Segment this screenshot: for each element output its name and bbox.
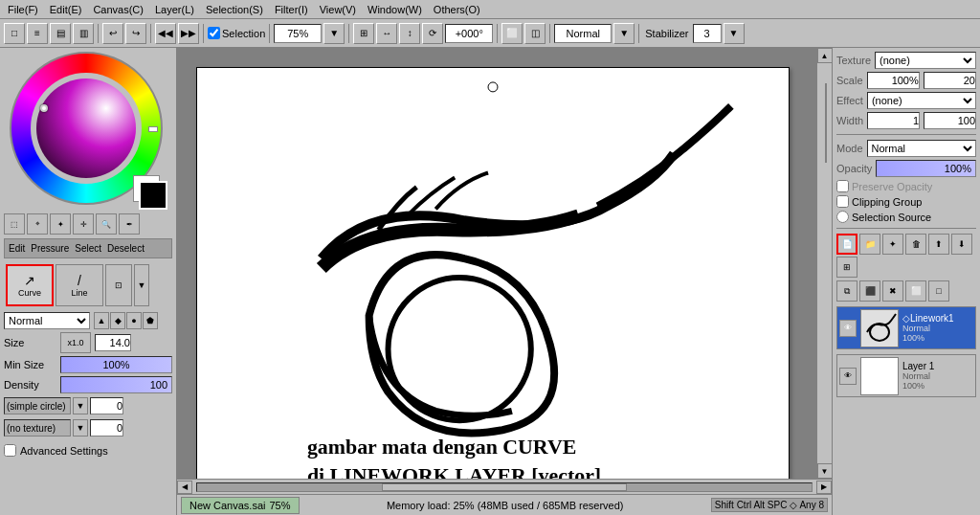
anchor-tool[interactable]: ⊡ [105, 264, 132, 306]
save-button[interactable]: ▤ [50, 23, 71, 44]
lasso-tool[interactable]: ⌖ [27, 213, 48, 235]
size-multiplier-btn[interactable]: x1.0 [60, 332, 91, 353]
brush-type2-value[interactable] [90, 419, 123, 437]
v-scroll-thumb[interactable] [825, 83, 827, 164]
layer-eye2[interactable]: 👁 [839, 368, 857, 385]
mode-down-btn[interactable]: ▼ [613, 23, 635, 44]
scale-right-input[interactable] [924, 72, 976, 89]
brush-type1-display[interactable]: (simple circle) [4, 397, 71, 414]
menu-edit[interactable]: Edit(E) [44, 2, 88, 17]
layer-fill-btn[interactable]: ⬜ [905, 280, 926, 302]
layer-down-btn[interactable]: ⬇ [951, 234, 972, 255]
selection-source-radio[interactable] [836, 211, 849, 223]
preserve-opacity-checkbox[interactable] [836, 180, 849, 192]
canvas-btn1[interactable]: ⊞ [353, 23, 374, 44]
layer-clear-btn[interactable]: ✖ [882, 280, 903, 302]
layer-mask-btn[interactable]: □ [928, 280, 949, 302]
layer-folder-btn[interactable]: 📁 [859, 234, 880, 255]
texture-select[interactable]: (none) [875, 52, 976, 69]
stabilizer-input[interactable] [693, 24, 722, 43]
layer-copy-btn[interactable]: ⧉ [836, 280, 858, 302]
width-right-input[interactable] [924, 112, 976, 129]
effect-select[interactable]: (none) [867, 92, 976, 109]
drawing-canvas[interactable]: gambar mata dengan CURVE di LINEWORK LAY… [196, 67, 790, 479]
brush-type2-display[interactable]: (no texture) [4, 419, 71, 437]
advanced-settings-checkbox[interactable] [4, 444, 16, 457]
curve-tool[interactable]: ↗ Curve [6, 264, 54, 306]
opacity-slider[interactable]: 100% [876, 160, 976, 177]
color-gradient[interactable] [36, 78, 136, 178]
brush-shape4[interactable]: ⬟ [143, 312, 158, 329]
menu-others[interactable]: Others(O) [428, 2, 486, 17]
clipping-group-checkbox[interactable] [836, 195, 849, 208]
zoom-down-btn[interactable]: ▼ [323, 23, 345, 44]
brush-mode-select[interactable]: Normal [4, 312, 90, 329]
zoom-tool[interactable]: 🔍 [96, 213, 117, 235]
canvas-btn3[interactable]: ↕ [399, 23, 420, 44]
brush-type1-down[interactable]: ▼ [73, 397, 88, 414]
zoom-input[interactable] [274, 24, 322, 43]
pipette-tool[interactable]: ✒ [119, 213, 140, 235]
scroll-down-btn2[interactable]: ▼ [817, 463, 833, 479]
layer-delete-btn[interactable]: 🗑 [905, 234, 926, 255]
layer-paste-btn[interactable]: ⬛ [859, 280, 880, 302]
layer-new-btn[interactable]: 📄 [836, 234, 858, 255]
layer-up-btn[interactable]: ⬆ [928, 234, 949, 255]
undo-button[interactable]: ↩ [102, 23, 123, 44]
nav-btn2[interactable]: ▶▶ [178, 23, 199, 44]
canvas-btn2[interactable]: ↔ [376, 23, 397, 44]
menu-layer[interactable]: Layer(L) [149, 2, 200, 17]
save-as-button[interactable]: ▥ [73, 23, 94, 44]
menu-view[interactable]: View(V) [314, 2, 362, 17]
magic-tool[interactable]: ✦ [50, 213, 71, 235]
open-button[interactable]: ≡ [27, 23, 48, 44]
redo-button[interactable]: ↪ [125, 23, 146, 44]
menu-canvas[interactable]: Canvas(C) [87, 2, 149, 17]
scroll-left-btn[interactable]: ◀ [177, 481, 192, 494]
selection-checkbox[interactable] [208, 27, 220, 39]
size-input[interactable] [95, 334, 131, 351]
width-input[interactable] [867, 112, 920, 129]
mode-input[interactable] [554, 24, 612, 43]
brush-shape3[interactable]: ● [126, 312, 142, 329]
view-btn1[interactable]: ⬜ [501, 23, 523, 44]
layer-eye1[interactable]: 👁 [839, 320, 857, 337]
color-indicator[interactable] [40, 104, 48, 112]
menu-window[interactable]: Window(W) [362, 2, 428, 17]
rotate-input[interactable] [445, 24, 493, 43]
line-tool[interactable]: / Line [56, 264, 103, 306]
menu-selection[interactable]: Selection(S) [200, 2, 269, 17]
view-btn2[interactable]: ◫ [524, 23, 546, 44]
canvas-tab[interactable]: New Canvas.sai 75% [181, 497, 300, 514]
scroll-right-btn[interactable]: ▶ [816, 481, 832, 494]
scroll-down-btn[interactable]: ▼ [134, 264, 149, 306]
hue-indicator[interactable] [148, 126, 158, 132]
layer-layer1[interactable]: 👁 Layer 1 Normal 100% [836, 354, 976, 397]
move-tool[interactable]: ✛ [73, 213, 94, 235]
brush-type1-value[interactable] [90, 397, 123, 414]
canvas-v-scrollbar[interactable]: ▲ ▼ [816, 48, 832, 479]
selection-tool[interactable]: ⬚ [4, 213, 25, 235]
selection-checkbox-label[interactable]: Selection [208, 27, 265, 39]
canvas-btn4[interactable]: ⟳ [422, 23, 443, 44]
h-scroll-thumb[interactable] [382, 483, 628, 491]
nav-btn1[interactable]: ◀◀ [155, 23, 176, 44]
brush-type2-down[interactable]: ▼ [73, 419, 88, 437]
new-button[interactable]: □ [4, 23, 25, 44]
menu-file[interactable]: File(F) [2, 2, 44, 17]
layer-linework1[interactable]: 👁 ◇Linework1 Normal 100% [836, 306, 976, 349]
layer-merge-btn[interactable]: ⊞ [836, 257, 858, 278]
scale-input[interactable] [867, 72, 920, 89]
menu-filter[interactable]: Filter(I) [269, 2, 314, 17]
brush-shape2[interactable]: ◆ [110, 312, 125, 329]
right-mode-select[interactable]: Normal [867, 140, 976, 157]
scroll-up-btn[interactable]: ▲ [817, 48, 833, 63]
canvas-h-scrollbar[interactable]: ◀ ▶ [177, 479, 832, 494]
density-slider[interactable]: 100 [60, 376, 172, 393]
layer-linework-btn[interactable]: ✦ [882, 234, 903, 255]
h-scroll-track[interactable] [196, 482, 813, 492]
stabilizer-down-btn[interactable]: ▼ [724, 23, 745, 44]
foreground-swatch[interactable] [139, 181, 167, 210]
brush-shape1[interactable]: ▲ [94, 312, 109, 329]
min-size-slider[interactable]: 100% [60, 356, 172, 373]
